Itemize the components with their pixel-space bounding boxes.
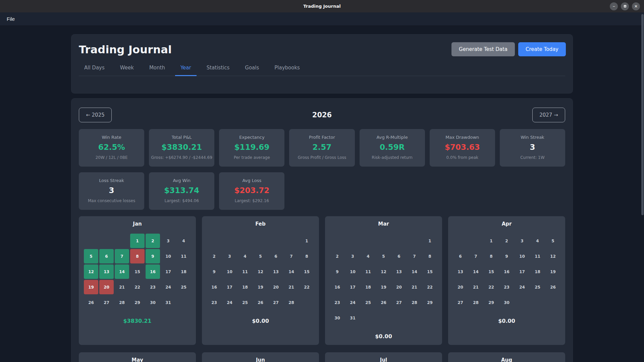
day-cell-22[interactable]: 22 bbox=[300, 280, 314, 294]
minimize-button[interactable]: − bbox=[610, 2, 618, 10]
day-cell-19[interactable]: 19 bbox=[546, 264, 560, 279]
day-cell-18[interactable]: 18 bbox=[530, 264, 545, 279]
day-cell-27[interactable]: 27 bbox=[99, 295, 114, 310]
tab-playbooks[interactable]: Playbooks bbox=[269, 65, 305, 76]
day-cell-29[interactable]: 29 bbox=[484, 295, 498, 310]
day-cell-4[interactable]: 4 bbox=[176, 234, 191, 248]
day-cell-20[interactable]: 20 bbox=[453, 280, 468, 294]
day-cell-22[interactable]: 22 bbox=[423, 280, 437, 294]
day-cell-27[interactable]: 27 bbox=[453, 295, 468, 310]
day-cell-12[interactable]: 12 bbox=[253, 264, 268, 279]
day-cell-29[interactable]: 29 bbox=[130, 295, 145, 310]
day-cell-13[interactable]: 13 bbox=[392, 264, 406, 279]
day-cell-17[interactable]: 17 bbox=[161, 264, 175, 279]
menu-item-file[interactable]: File bbox=[3, 14, 19, 24]
day-cell-13[interactable]: 13 bbox=[99, 264, 114, 279]
day-cell-7[interactable]: 7 bbox=[115, 249, 129, 263]
day-cell-11[interactable]: 11 bbox=[361, 264, 375, 279]
day-cell-3[interactable]: 3 bbox=[161, 234, 175, 248]
day-cell-5[interactable]: 5 bbox=[546, 234, 560, 248]
day-cell-9[interactable]: 9 bbox=[499, 249, 514, 263]
day-cell-23[interactable]: 23 bbox=[499, 280, 514, 294]
tab-month[interactable]: Month bbox=[144, 65, 170, 76]
generate-test-data-button[interactable]: Generate Test Data bbox=[451, 42, 515, 56]
day-cell-21[interactable]: 21 bbox=[407, 280, 422, 294]
day-cell-27[interactable]: 27 bbox=[269, 295, 283, 310]
day-cell-11[interactable]: 11 bbox=[530, 249, 545, 263]
day-cell-1[interactable]: 1 bbox=[423, 234, 437, 248]
day-cell-30[interactable]: 30 bbox=[499, 295, 514, 310]
day-cell-27[interactable]: 27 bbox=[392, 295, 406, 310]
day-cell-3[interactable]: 3 bbox=[345, 249, 360, 263]
day-cell-17[interactable]: 17 bbox=[345, 280, 360, 294]
day-cell-7[interactable]: 7 bbox=[469, 249, 483, 263]
day-cell-16[interactable]: 16 bbox=[146, 264, 160, 279]
day-cell-30[interactable]: 30 bbox=[330, 311, 344, 325]
day-cell-3[interactable]: 3 bbox=[222, 249, 237, 263]
prev-year-button[interactable]: ← 2025 bbox=[79, 108, 112, 122]
close-button[interactable]: ✕ bbox=[632, 2, 640, 10]
day-cell-11[interactable]: 11 bbox=[238, 264, 252, 279]
day-cell-9[interactable]: 9 bbox=[330, 264, 344, 279]
day-cell-20[interactable]: 20 bbox=[269, 280, 283, 294]
day-cell-5[interactable]: 5 bbox=[253, 249, 268, 263]
day-cell-28[interactable]: 28 bbox=[469, 295, 483, 310]
day-cell-15[interactable]: 15 bbox=[423, 264, 437, 279]
maximize-button[interactable] bbox=[621, 2, 629, 10]
tab-goals[interactable]: Goals bbox=[239, 65, 264, 76]
day-cell-24[interactable]: 24 bbox=[161, 280, 175, 294]
day-cell-24[interactable]: 24 bbox=[515, 280, 529, 294]
day-cell-14[interactable]: 14 bbox=[469, 264, 483, 279]
day-cell-28[interactable]: 28 bbox=[407, 295, 422, 310]
day-cell-28[interactable]: 28 bbox=[284, 295, 299, 310]
day-cell-4[interactable]: 4 bbox=[361, 249, 375, 263]
scrollbar-thumb[interactable] bbox=[641, 14, 644, 215]
day-cell-7[interactable]: 7 bbox=[407, 249, 422, 263]
day-cell-15[interactable]: 15 bbox=[484, 264, 498, 279]
day-cell-2[interactable]: 2 bbox=[499, 234, 514, 248]
day-cell-26[interactable]: 26 bbox=[253, 295, 268, 310]
day-cell-5[interactable]: 5 bbox=[84, 249, 98, 263]
day-cell-7[interactable]: 7 bbox=[284, 249, 299, 263]
day-cell-10[interactable]: 10 bbox=[161, 249, 175, 263]
day-cell-26[interactable]: 26 bbox=[376, 295, 391, 310]
day-cell-21[interactable]: 21 bbox=[469, 280, 483, 294]
day-cell-25[interactable]: 25 bbox=[238, 295, 252, 310]
day-cell-23[interactable]: 23 bbox=[146, 280, 160, 294]
day-cell-30[interactable]: 30 bbox=[146, 295, 160, 310]
day-cell-8[interactable]: 8 bbox=[423, 249, 437, 263]
day-cell-20[interactable]: 20 bbox=[392, 280, 406, 294]
day-cell-12[interactable]: 12 bbox=[546, 249, 560, 263]
day-cell-18[interactable]: 18 bbox=[361, 280, 375, 294]
day-cell-5[interactable]: 5 bbox=[376, 249, 391, 263]
day-cell-18[interactable]: 18 bbox=[176, 264, 191, 279]
day-cell-2[interactable]: 2 bbox=[330, 249, 344, 263]
day-cell-14[interactable]: 14 bbox=[115, 264, 129, 279]
day-cell-29[interactable]: 29 bbox=[423, 295, 437, 310]
tab-week[interactable]: Week bbox=[115, 65, 139, 76]
day-cell-16[interactable]: 16 bbox=[499, 264, 514, 279]
day-cell-1[interactable]: 1 bbox=[130, 234, 145, 248]
day-cell-25[interactable]: 25 bbox=[176, 280, 191, 294]
day-cell-6[interactable]: 6 bbox=[99, 249, 114, 263]
day-cell-2[interactable]: 2 bbox=[146, 234, 160, 248]
day-cell-8[interactable]: 8 bbox=[300, 249, 314, 263]
day-cell-9[interactable]: 9 bbox=[207, 264, 221, 279]
tab-year[interactable]: Year bbox=[175, 65, 197, 76]
day-cell-12[interactable]: 12 bbox=[84, 264, 98, 279]
day-cell-25[interactable]: 25 bbox=[361, 295, 375, 310]
day-cell-12[interactable]: 12 bbox=[376, 264, 391, 279]
tab-statistics[interactable]: Statistics bbox=[201, 65, 235, 76]
day-cell-24[interactable]: 24 bbox=[345, 295, 360, 310]
day-cell-21[interactable]: 21 bbox=[284, 280, 299, 294]
day-cell-19[interactable]: 19 bbox=[376, 280, 391, 294]
day-cell-31[interactable]: 31 bbox=[161, 295, 175, 310]
next-year-button[interactable]: 2027 → bbox=[532, 108, 565, 122]
day-cell-6[interactable]: 6 bbox=[453, 249, 468, 263]
day-cell-14[interactable]: 14 bbox=[407, 264, 422, 279]
day-cell-8[interactable]: 8 bbox=[130, 249, 145, 263]
create-today-button[interactable]: Create Today bbox=[518, 42, 566, 56]
day-cell-16[interactable]: 16 bbox=[207, 280, 221, 294]
day-cell-22[interactable]: 22 bbox=[484, 280, 498, 294]
day-cell-13[interactable]: 13 bbox=[269, 264, 283, 279]
